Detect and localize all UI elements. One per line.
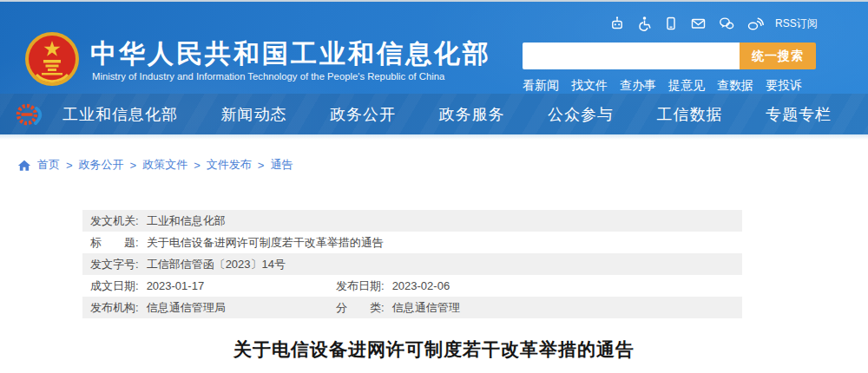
field-value: 2023-01-17 <box>147 279 205 292</box>
miit-logo-icon[interactable] <box>14 101 49 128</box>
main-nav: 工业和信息化部 新闻动态 政务公开 政务服务 公众参与 工信数据 专题专栏 <box>0 94 868 134</box>
field-label: 发文机关: <box>90 214 139 227</box>
rss-link[interactable]: RSS订阅 <box>775 16 818 31</box>
national-emblem-icon <box>24 31 80 87</box>
nav-item-gov-disclosure[interactable]: 政务公开 <box>330 104 396 125</box>
nav-item-topics[interactable]: 专题专栏 <box>766 104 832 125</box>
field-value: 2023-02-06 <box>392 279 450 292</box>
field-label: 分 类: <box>336 301 385 314</box>
article-title: 关于电信设备进网许可制度若干改革举措的通告 <box>0 337 868 362</box>
nav-item-data[interactable]: 工信数据 <box>657 104 723 125</box>
nav-item-gov-services[interactable]: 政务服务 <box>439 104 505 125</box>
breadcrumb-separator: > <box>130 159 137 172</box>
doc-info-table: 发文机关:工业和信息化部 标 题:关于电信设备进网许可制度若干改革举措的通告 发… <box>82 210 742 318</box>
page: 中华人民共和国工业和信息化部 Ministry of Industry and … <box>0 0 868 373</box>
doc-info-row-issuing-authority: 发文机关:工业和信息化部 <box>82 210 742 232</box>
header-fade <box>0 134 868 140</box>
search-button[interactable]: 统一搜索 <box>740 43 816 69</box>
quick-link-news[interactable]: 看新闻 <box>523 78 559 94</box>
nav-item-participation[interactable]: 公众参与 <box>548 104 614 125</box>
field-label: 成文日期: <box>90 279 139 292</box>
field-value: 信息通信管理 <box>392 301 460 314</box>
robot-icon[interactable] <box>609 16 625 31</box>
header-utility-icons: RSS订阅 <box>609 16 818 31</box>
field-label: 标 题: <box>90 236 139 249</box>
quick-link-feedback[interactable]: 提意见 <box>668 78 705 94</box>
breadcrumb-notice[interactable]: 通告 <box>270 157 293 173</box>
site-header: 中华人民共和国工业和信息化部 Ministry of Industry and … <box>0 2 868 134</box>
breadcrumb: 首页 > 政务公开 > 政策文件 > 文件发布 > 通告 <box>17 157 293 173</box>
nav-item-ministry[interactable]: 工业和信息化部 <box>62 104 178 125</box>
nav-item-news[interactable]: 新闻动态 <box>221 104 287 125</box>
field-value: 关于电信设备进网许可制度若干改革举措的通告 <box>147 236 384 249</box>
field-label: 发文字号: <box>90 258 139 271</box>
doc-info-row-publisher: 发布机构:信息通信管理局 分 类:信息通信管理 <box>82 297 742 318</box>
doc-info-row-title: 标 题:关于电信设备进网许可制度若干改革举措的通告 <box>82 232 742 253</box>
site-subtitle: Ministry of Industry and Information Tec… <box>92 71 444 82</box>
site-title: 中华人民共和国工业和信息化部 <box>90 36 491 72</box>
breadcrumb-gov-disclosure[interactable]: 政务公开 <box>79 157 124 173</box>
field-value: 信息通信管理局 <box>147 301 226 314</box>
quick-link-data[interactable]: 查数据 <box>717 78 753 94</box>
mail-icon[interactable] <box>690 16 707 31</box>
wechat-icon[interactable] <box>718 16 735 31</box>
quick-link-services[interactable]: 查办事 <box>620 78 656 94</box>
field-value: 工信部信管函〔2023〕14号 <box>147 258 286 271</box>
mobile-icon[interactable] <box>663 16 679 31</box>
breadcrumb-policy-files[interactable]: 政策文件 <box>142 157 187 173</box>
home-icon[interactable] <box>17 159 31 172</box>
breadcrumb-separator: > <box>258 159 265 172</box>
search-bar: 统一搜索 <box>523 43 816 69</box>
doc-info-row-doc-number: 发文字号:工信部信管函〔2023〕14号 <box>82 253 742 275</box>
weibo-icon[interactable] <box>746 16 764 31</box>
doc-info-row-dates: 成文日期:2023-01-17 发布日期:2023-02-06 <box>82 275 742 297</box>
quick-links: 看新闻 找文件 查办事 提意见 查数据 要投诉 <box>523 78 802 94</box>
breadcrumb-file-release[interactable]: 文件发布 <box>207 157 252 173</box>
breadcrumb-home[interactable]: 首页 <box>37 157 60 173</box>
quick-link-complaint[interactable]: 要投诉 <box>766 78 802 94</box>
search-input[interactable] <box>523 43 740 69</box>
field-label: 发布机构: <box>90 301 139 314</box>
field-label: 发布日期: <box>336 279 385 292</box>
breadcrumb-separator: > <box>66 159 73 172</box>
accessibility-icon[interactable] <box>636 16 652 31</box>
quick-link-files[interactable]: 找文件 <box>571 78 608 94</box>
field-value: 工业和信息化部 <box>147 214 226 227</box>
nav-items: 工业和信息化部 新闻动态 政务公开 政务服务 公众参与 工信数据 专题专栏 <box>62 94 832 134</box>
breadcrumb-separator: > <box>194 159 201 172</box>
